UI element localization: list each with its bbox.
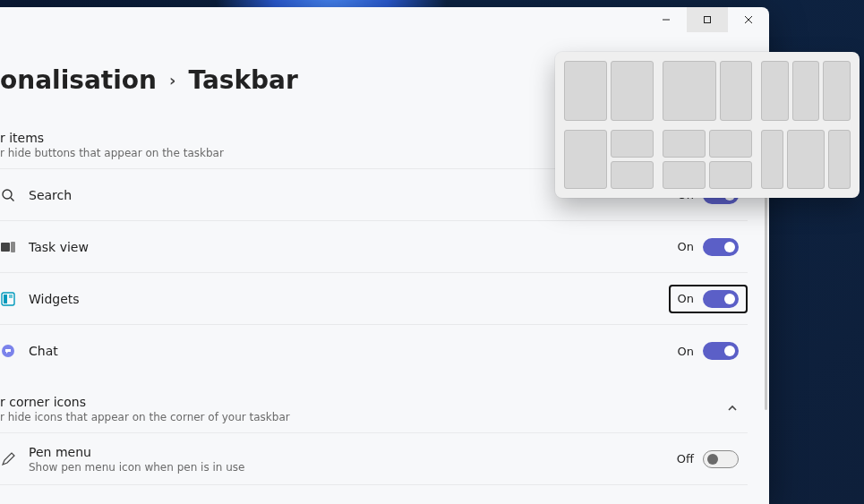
pen-menu-toggle[interactable] (703, 450, 739, 468)
close-button[interactable] (728, 7, 769, 32)
row-task-view: Task view On (0, 221, 748, 273)
toggle-state-label: On (678, 292, 694, 305)
toggle-state-label: Off (677, 452, 694, 466)
svg-rect-7 (11, 242, 15, 252)
widgets-icon (0, 291, 16, 307)
chevron-up-icon[interactable] (719, 395, 746, 422)
snap-layout-center-wide[interactable] (761, 130, 851, 190)
task-view-icon (0, 239, 16, 255)
row-label: Task view (29, 240, 669, 254)
row-chat: Chat On (0, 325, 748, 377)
snap-layout-left-half-right-stack[interactable] (564, 130, 654, 190)
svg-line-5 (11, 198, 14, 201)
section-corner-icons[interactable]: r corner icons r hide icons that appear … (0, 388, 748, 433)
breadcrumb: onalisation › Taskbar (0, 65, 298, 95)
svg-rect-6 (1, 243, 10, 252)
row-subtitle: Show pen menu icon when pen is in use (29, 461, 668, 474)
search-icon (0, 187, 16, 203)
widgets-toggle[interactable] (703, 290, 739, 308)
svg-rect-9 (4, 295, 7, 303)
row-pen-menu: Pen menu Show pen menu icon when pen is … (0, 433, 748, 485)
maximize-button[interactable] (687, 7, 728, 32)
snap-layouts-flyout (555, 52, 860, 198)
breadcrumb-parent[interactable]: onalisation (0, 65, 157, 95)
pen-icon (0, 451, 16, 467)
svg-rect-10 (9, 295, 13, 298)
widgets-toggle-focus: On (669, 285, 748, 313)
row-label: Pen menu (29, 445, 668, 459)
page-title: Taskbar (188, 65, 297, 95)
chat-icon (0, 343, 16, 359)
snap-layout-quad[interactable] (663, 130, 752, 190)
snap-layout-split-half[interactable] (564, 61, 654, 121)
svg-point-4 (3, 190, 12, 199)
chevron-right-icon: › (169, 71, 175, 90)
task-view-toggle[interactable] (703, 238, 739, 256)
section-title: r corner icons (0, 395, 719, 409)
toggle-state-label: On (678, 345, 694, 358)
toggle-state-label: On (678, 240, 694, 253)
chat-toggle[interactable] (703, 342, 739, 360)
titlebar (646, 7, 769, 43)
snap-layout-split-thirds[interactable] (761, 61, 851, 121)
snap-layout-split-two-thirds[interactable] (663, 61, 752, 121)
minimize-button[interactable] (646, 7, 687, 32)
svg-rect-1 (705, 17, 711, 23)
row-label: Widgets (29, 292, 669, 306)
row-label: Chat (29, 344, 669, 358)
section-subtitle: r hide icons that appear on the corner o… (0, 411, 719, 423)
row-widgets: Widgets On (0, 273, 748, 325)
